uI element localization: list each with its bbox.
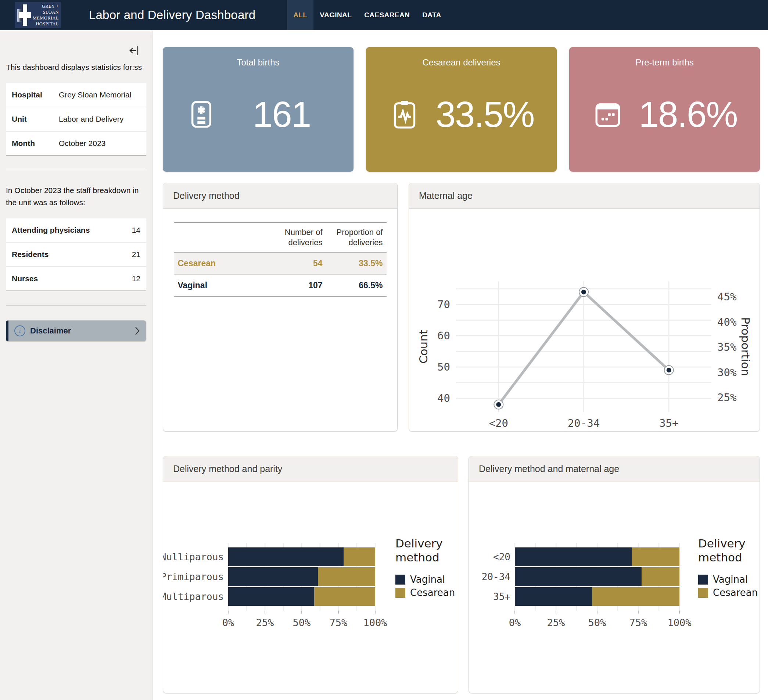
clipboard-pulse-icon [389, 99, 420, 130]
column-header [174, 223, 266, 252]
tab-data[interactable]: DATA [416, 0, 448, 30]
column-header: Number of deliveries [266, 223, 326, 252]
tab-all[interactable]: ALL [287, 0, 314, 30]
svg-text:Count: Count [417, 330, 430, 364]
parity-card: Delivery method and parity NulliparousPr… [163, 456, 458, 694]
age-method-card: Delivery method and maternal age <2020-3… [469, 456, 760, 694]
svg-text:50%: 50% [588, 617, 606, 628]
svg-text:20-34: 20-34 [482, 571, 510, 582]
value-box-total-births: Total births 161 [163, 47, 354, 172]
value-box-title: Cesarean deliveries [373, 58, 549, 68]
value-box-row: Total births 161 Cesarea [163, 47, 760, 172]
value-box-preterm-births: Pre-term births 18.6% [569, 47, 760, 172]
row-label: Nurses [12, 274, 132, 283]
svg-text:Vaginal: Vaginal [410, 574, 445, 585]
svg-text:50%: 50% [293, 617, 311, 628]
maternal-age-card: Maternal age 4050607025%30%35%40%45%<202… [409, 183, 760, 432]
hospital-info-table: Hospital Grey Sloan Memorial Unit Labor … [6, 83, 146, 156]
svg-text:Vaginal: Vaginal [713, 574, 748, 585]
delivery-method-card-body: Number of deliveries Proportion of deliv… [163, 222, 397, 297]
svg-text:Cesarean: Cesarean [713, 587, 758, 598]
age-method-bar-chart: <2020-3435+0%25%50%75%100%Deliverymethod… [469, 482, 760, 693]
parity-bar-chart: NulliparousPrimiparousMultiparous0%25%50… [163, 482, 458, 693]
svg-text:0%: 0% [222, 617, 234, 628]
hospital-logo: GREY + SLOAN MEMORIAL HOSPITAL [15, 2, 61, 28]
table-row: Vaginal 107 66.5% [174, 275, 387, 297]
value-box-value: 33.5% [420, 96, 549, 132]
card-title: Delivery method and parity [163, 456, 458, 482]
tab-caesarean[interactable]: CAESAREAN [358, 0, 416, 30]
svg-text:Delivery: Delivery [698, 537, 746, 550]
logo-line-3: HOSPITAL [32, 21, 59, 27]
table-row: Cesarean 54 33.5% [174, 252, 387, 275]
sidebar: This dashboard displays statistics for:s… [0, 30, 152, 700]
file-medical-icon [186, 99, 217, 130]
sidebar-intro-text: This dashboard displays statistics for:s… [6, 61, 146, 74]
row-proportion: 66.5% [326, 275, 387, 297]
svg-text:30%: 30% [717, 366, 736, 379]
row-number: 107 [266, 275, 326, 297]
value-box-value: 18.6% [624, 96, 752, 132]
value-box-title: Pre-term births [576, 58, 752, 68]
table-row: Unit Labor and Delivery [6, 107, 146, 131]
tab-vaginal[interactable]: VAGINAL [314, 0, 358, 30]
svg-text:35+: 35+ [493, 591, 510, 602]
row-label: Month [12, 139, 59, 148]
svg-text:Proportion: Proportion [739, 317, 752, 376]
row-value: 14 [132, 226, 140, 235]
logo-line-2: MEMORIAL [32, 15, 59, 21]
row-value: Grey Sloan Memorial [59, 90, 140, 99]
card-title: Delivery method [163, 183, 397, 209]
disclaimer-label: Disclaimer [30, 326, 71, 336]
row-value: 21 [132, 250, 140, 259]
svg-text:Delivery: Delivery [395, 537, 443, 550]
row-name: Vaginal [174, 275, 266, 297]
row-label: Residents [12, 250, 132, 259]
maternal-age-line-chart: 4050607025%30%35%40%45%<2020-3435+CountP… [409, 209, 760, 431]
svg-text:20-34: 20-34 [568, 417, 600, 429]
row-proportion: 33.5% [326, 252, 387, 275]
card-title: Maternal age [409, 183, 760, 209]
svg-text:25%: 25% [256, 617, 274, 628]
disclaimer-button[interactable]: i Disclaimer [6, 320, 146, 341]
column-header: Proportion of deliveries [326, 223, 387, 252]
svg-text:50: 50 [437, 360, 450, 373]
svg-text:45%: 45% [717, 290, 736, 303]
svg-text:Primiparous: Primiparous [163, 571, 224, 582]
calendar-icon [592, 99, 624, 130]
row-value: 12 [132, 274, 140, 283]
table-row: Month October 2023 [6, 131, 146, 156]
row-value: Labor and Delivery [59, 115, 140, 123]
value-box-title: Total births [170, 58, 346, 68]
svg-text:Nulliparous: Nulliparous [163, 551, 224, 562]
svg-text:method: method [698, 551, 742, 564]
svg-text:60: 60 [437, 329, 450, 342]
chevron-right-icon [134, 326, 140, 336]
card-title: Delivery method and maternal age [469, 456, 760, 482]
table-row: Attending physicians 14 [6, 218, 146, 243]
svg-text:100%: 100% [667, 617, 691, 628]
sidebar-collapse-icon[interactable] [129, 45, 140, 58]
sidebar-divider [6, 305, 146, 306]
table-row: Nurses 12 [6, 267, 146, 291]
dashboard-page: GREY + SLOAN MEMORIAL HOSPITAL Labor and… [0, 0, 768, 700]
row-label: Hospital [12, 90, 59, 99]
svg-text:Multiparous: Multiparous [163, 591, 224, 602]
svg-text:25%: 25% [717, 391, 736, 404]
svg-text:0%: 0% [509, 617, 521, 628]
value-box-value: 161 [217, 96, 346, 132]
svg-text:method: method [395, 551, 440, 564]
svg-text:40%: 40% [717, 316, 736, 328]
svg-text:70: 70 [437, 298, 450, 311]
staff-table: Attending physicians 14 Residents 21 Nur… [6, 218, 146, 291]
svg-text:100%: 100% [363, 617, 387, 628]
hospital-logo-text: GREY + SLOAN MEMORIAL HOSPITAL [32, 3, 59, 27]
table-row: Residents 21 [6, 243, 146, 267]
svg-text:35%: 35% [717, 341, 736, 353]
delivery-method-card: Delivery method Number of deliveries Pro… [163, 183, 398, 432]
sidebar-divider [6, 170, 146, 170]
row-label: Attending physicians [12, 226, 132, 235]
navbar: GREY + SLOAN MEMORIAL HOSPITAL Labor and… [0, 0, 768, 30]
svg-text:35+: 35+ [659, 417, 678, 429]
staff-intro-text: In October 2023 the staff breakdown in t… [6, 184, 146, 209]
